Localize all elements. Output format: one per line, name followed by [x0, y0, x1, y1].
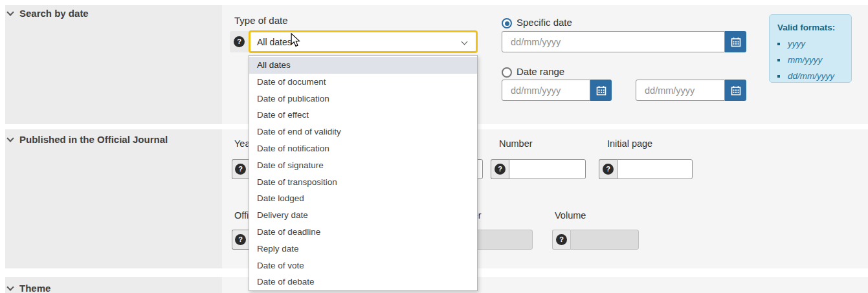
select-value: All dates — [257, 37, 292, 47]
section-header-published-oj[interactable]: Published in the Official Journal — [8, 134, 168, 145]
advanced-search-form: Search by date Published in the Official… — [0, 0, 868, 293]
initial-page-label: Initial page — [607, 138, 652, 149]
specific-date-label: Specific date — [517, 17, 572, 28]
volume-input — [570, 230, 639, 250]
valid-format-item: yyyy — [788, 39, 805, 49]
dropdown-option[interactable]: Date of debate — [249, 274, 477, 290]
type-of-date-help[interactable]: ? — [230, 31, 249, 52]
type-of-date-select[interactable]: All dates — [249, 30, 478, 53]
help-icon: ? — [235, 164, 246, 175]
calendar-icon — [596, 85, 606, 96]
calendar-icon — [731, 85, 741, 96]
chevron-down-icon — [6, 135, 14, 142]
dropdown-option[interactable]: Date of deadline — [249, 224, 477, 241]
dropdown-option[interactable]: Reply date — [249, 241, 477, 257]
specific-date-radio[interactable] — [502, 18, 512, 28]
date-range-to-calendar-button[interactable] — [725, 80, 746, 101]
help-icon: ? — [235, 234, 246, 245]
date-range-radio[interactable] — [502, 67, 512, 78]
section-card-search-by-date — [5, 5, 222, 124]
bullet-icon — [777, 43, 780, 45]
dropdown-option[interactable]: All dates — [249, 57, 477, 74]
valid-formats-box: Valid formats: yyyy mm/yyyy dd/mm/yyyy — [769, 14, 852, 83]
number-label: Number — [499, 138, 533, 149]
dropdown-option[interactable]: Date of signature — [249, 157, 477, 174]
volume-help[interactable]: ? — [552, 230, 570, 250]
valid-format-item: dd/mm/yyyy — [788, 71, 834, 81]
dropdown-option[interactable]: Date of document — [249, 74, 477, 91]
dropdown-option[interactable]: Date of transposition — [249, 174, 477, 191]
official-journal-help[interactable]: ? — [232, 230, 249, 250]
mouse-cursor — [289, 33, 302, 47]
section-header-search-by-date[interactable]: Search by date — [8, 8, 89, 19]
date-range-to-input[interactable] — [636, 80, 725, 101]
help-icon: ? — [495, 164, 506, 175]
section-title: Theme — [19, 283, 50, 293]
dropdown-option[interactable]: Date of publication — [249, 91, 477, 107]
section-title: Published in the Official Journal — [19, 134, 168, 145]
type-of-date-label: Type of date — [234, 15, 288, 26]
dropdown-option[interactable]: Date of notification — [249, 140, 477, 157]
bullet-icon — [777, 59, 780, 61]
dropdown-option[interactable]: Date of effect — [249, 107, 477, 124]
bullet-icon — [777, 75, 780, 78]
number-help[interactable]: ? — [491, 159, 509, 179]
valid-formats-title: Valid formats: — [777, 23, 851, 32]
calendar-icon — [731, 37, 741, 47]
specific-date-calendar-button[interactable] — [725, 31, 746, 52]
help-icon: ? — [556, 234, 567, 245]
valid-format-item: mm/yyyy — [788, 55, 822, 65]
dropdown-option[interactable]: Date of vote — [249, 257, 477, 274]
year-help[interactable]: ? — [232, 159, 249, 179]
initial-page-help[interactable]: ? — [599, 159, 617, 179]
chevron-down-icon — [6, 8, 14, 16]
type-of-date-dropdown: All dates Date of document Date of publi… — [249, 55, 478, 291]
section-header-theme[interactable]: Theme — [8, 283, 50, 293]
initial-page-input[interactable] — [617, 159, 693, 179]
date-range-label: Date range — [517, 66, 564, 77]
number-input[interactable] — [509, 159, 586, 179]
dropdown-option[interactable]: Date lodged — [249, 190, 477, 207]
section-card-published-oj — [5, 129, 222, 268]
chevron-down-icon — [462, 39, 468, 45]
dropdown-option[interactable]: Date of end of validity — [249, 124, 477, 140]
date-range-from-input[interactable] — [502, 80, 590, 101]
chevron-down-icon — [6, 283, 14, 290]
volume-label: Volume — [555, 210, 586, 221]
section-title: Search by date — [19, 8, 89, 19]
help-icon: ? — [603, 164, 614, 175]
dropdown-option[interactable]: Delivery date — [249, 207, 477, 224]
date-range-from-calendar-button[interactable] — [590, 80, 612, 101]
help-icon: ? — [234, 36, 245, 47]
specific-date-input[interactable] — [502, 31, 725, 52]
